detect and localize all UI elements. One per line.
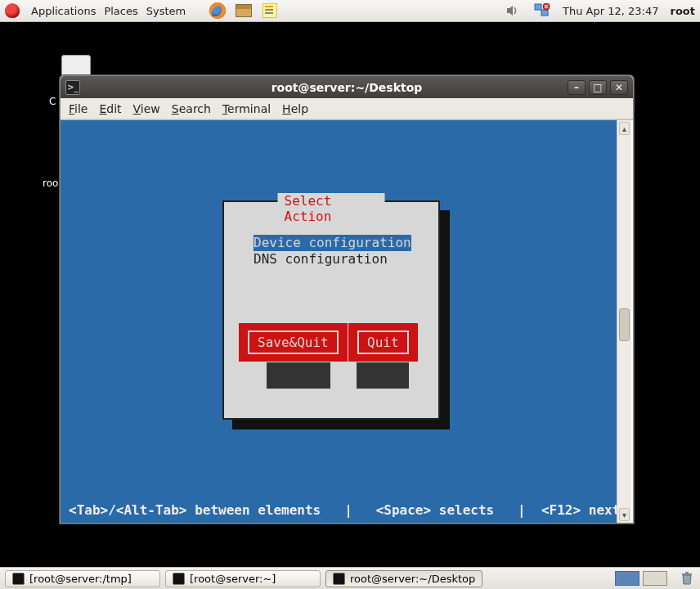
scroll-thumb[interactable] xyxy=(619,308,630,341)
quit-button[interactable]: Quit xyxy=(348,323,418,362)
dialog-title: Select Action xyxy=(278,193,385,224)
panel-left: Applications Places System xyxy=(5,2,279,20)
menu-help[interactable]: Help xyxy=(282,102,308,115)
scroll-down-arrow-icon[interactable]: ▾ xyxy=(619,508,630,521)
quit-label: Quit xyxy=(357,330,409,354)
workspace-2[interactable] xyxy=(643,571,667,586)
terminal-icon xyxy=(12,573,25,585)
package-launcher[interactable] xyxy=(235,2,253,20)
minimize-button[interactable]: – xyxy=(568,80,586,95)
menu-terminal[interactable]: Terminal xyxy=(222,102,271,115)
package-icon xyxy=(236,4,252,17)
distro-hat-icon xyxy=(5,3,20,18)
firefox-launcher[interactable] xyxy=(209,2,227,20)
taskbar-item-desktop[interactable]: root@server:~/Desktop xyxy=(325,570,482,587)
button-shadow xyxy=(357,362,409,389)
button-shadow xyxy=(267,362,330,389)
terminal-icon xyxy=(173,573,185,585)
save-quit-button[interactable]: Save&Quit xyxy=(239,323,348,362)
workspace-1[interactable] xyxy=(615,571,639,586)
titlebar[interactable]: >_ root@server:~/Desktop – □ ✕ xyxy=(61,76,633,98)
desktop-icon-label-partial: C xyxy=(49,96,56,107)
svg-rect-3 xyxy=(682,573,692,575)
menu-search[interactable]: Search xyxy=(172,102,211,115)
close-button[interactable]: ✕ xyxy=(610,80,628,95)
option-dns-configuration[interactable]: DNS configuration xyxy=(254,251,411,268)
terminal-window: >_ root@server:~/Desktop – □ ✕ File Edit… xyxy=(60,75,634,524)
svg-rect-1 xyxy=(541,10,548,16)
note-icon xyxy=(262,3,277,18)
trash-applet[interactable] xyxy=(679,570,695,587)
ncurses-dialog: Select Action Device configuration DNS c… xyxy=(222,200,440,420)
menu-edit[interactable]: Edit xyxy=(99,102,121,115)
taskbar-item-home[interactable]: [root@server:~] xyxy=(165,570,321,587)
svg-rect-0 xyxy=(535,4,541,10)
top-panel: Applications Places System Thu Apr 12, 2… xyxy=(0,0,700,22)
trash-icon xyxy=(680,571,694,586)
scroll-up-arrow-icon[interactable]: ▴ xyxy=(619,122,630,135)
workspace-switcher[interactable] xyxy=(615,571,667,586)
hint-bar: <Tab>/<Alt-Tab> between elements | <Spac… xyxy=(69,502,608,518)
menu-file[interactable]: File xyxy=(69,102,88,115)
svg-rect-4 xyxy=(685,572,689,573)
taskbar-item-tmp[interactable]: [root@server:/tmp] xyxy=(5,570,160,587)
terminal-icon xyxy=(333,573,345,585)
desktop: C roo >_ root@server:~/Desktop – □ ✕ Fil… xyxy=(0,22,700,567)
network-applet[interactable] xyxy=(533,2,551,20)
speaker-icon xyxy=(505,3,520,18)
save-quit-label: Save&Quit xyxy=(248,330,339,354)
menu-applications[interactable]: Applications xyxy=(31,5,96,17)
dialog-option-list: Device configuration DNS configuration xyxy=(254,235,411,268)
maximize-button[interactable]: □ xyxy=(589,80,607,95)
taskbar-label: [root@server:~] xyxy=(190,573,276,585)
terminal-body[interactable]: Select Action Device configuration DNS c… xyxy=(61,120,617,523)
clock[interactable]: Thu Apr 12, 23:47 xyxy=(563,5,658,17)
menu-system[interactable]: System xyxy=(146,5,186,17)
notes-launcher[interactable] xyxy=(261,2,279,20)
window-title: root@server:~/Desktop xyxy=(61,81,633,94)
taskbar-label: root@server:~/Desktop xyxy=(350,573,475,585)
desktop-text-partial: roo xyxy=(43,178,58,189)
volume-applet[interactable] xyxy=(504,2,522,20)
vertical-scrollbar[interactable]: ▴ ▾ xyxy=(617,120,631,523)
menu-view[interactable]: View xyxy=(133,102,160,115)
terminal-icon: >_ xyxy=(65,80,80,95)
panel-right: Thu Apr 12, 23:47 root xyxy=(504,2,695,20)
taskbar-label: [root@server:/tmp] xyxy=(29,573,132,585)
user-menu[interactable]: root xyxy=(671,5,696,17)
network-icon xyxy=(534,3,550,18)
firefox-icon xyxy=(209,2,226,19)
option-device-configuration[interactable]: Device configuration xyxy=(254,235,411,251)
menubar: File Edit View Search Terminal Help xyxy=(61,98,633,119)
bottom-panel: [root@server:/tmp] [root@server:~] root@… xyxy=(0,567,700,589)
menu-places[interactable]: Places xyxy=(104,5,137,17)
